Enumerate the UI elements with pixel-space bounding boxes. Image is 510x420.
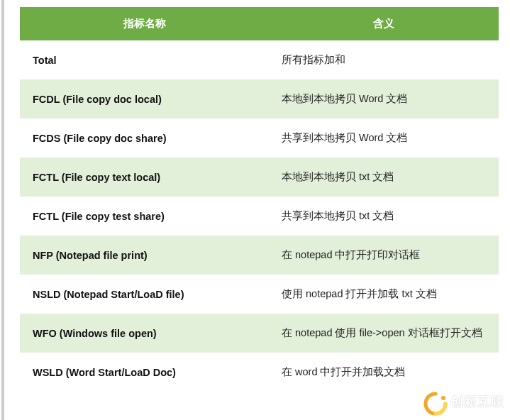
header-meaning: 含义 — [269, 7, 499, 40]
cell-name: Total — [20, 40, 269, 79]
cell-name: FCDS (File copy doc share) — [20, 118, 269, 158]
cell-name: NFP (Notepad file print) — [20, 236, 269, 275]
table-row: FCDL (File copy doc local) 本地到本地拷贝 Word … — [20, 79, 499, 118]
cell-meaning: 本地到本地拷贝 Word 文档 — [269, 79, 499, 118]
cell-meaning: 使用 notepad 打开并加载 txt 文档 — [269, 275, 499, 314]
cell-meaning: 在 notepad 中打开打印对话框 — [269, 236, 499, 275]
cell-meaning: 在 word 中打开并加载文档 — [269, 353, 499, 392]
cell-meaning: 共享到本地拷贝 Word 文档 — [269, 118, 499, 158]
left-border — [1, 0, 4, 420]
header-name: 指标名称 — [20, 7, 269, 40]
table-row: NSLD (Notepad Start/LoaD file) 使用 notepa… — [20, 275, 499, 314]
cell-name: WSLD (Word Start/LoaD Doc) — [20, 353, 269, 392]
cell-name: NSLD (Notepad Start/LoaD file) — [20, 275, 269, 314]
cell-name: FCDL (File copy doc local) — [20, 79, 269, 118]
table-row: FCTL (File copy text local) 本地到本地拷贝 txt … — [20, 158, 499, 197]
table-row: WSLD (Word Start/LoaD Doc) 在 word 中打开并加载… — [20, 353, 499, 392]
cell-name: WFO (Windows file open) — [20, 314, 269, 353]
table-row: WFO (Windows file open) 在 notepad 使用 fil… — [20, 314, 499, 353]
cell-name: FCTL (File copy test share) — [20, 197, 269, 236]
metrics-table: 指标名称 含义 Total 所有指标加和 FCDL (File copy doc… — [20, 7, 499, 392]
cell-name: FCTL (File copy text local) — [20, 158, 269, 197]
cell-meaning: 在 notepad 使用 file->open 对话框打开文档 — [269, 314, 499, 353]
table-row: FCTL (File copy test share) 共享到本地拷贝 txt … — [20, 197, 499, 236]
cell-meaning: 所有指标加和 — [269, 40, 499, 79]
table-row: NFP (Notepad file print) 在 notepad 中打开打印… — [20, 236, 499, 275]
watermark-text-en: CDXWCX.XINTUOLIAN — [450, 408, 504, 412]
table-container: 指标名称 含义 Total 所有指标加和 FCDL (File copy doc… — [0, 0, 510, 399]
cell-meaning: 共享到本地拷贝 txt 文档 — [269, 197, 499, 236]
cell-meaning: 本地到本地拷贝 txt 文档 — [269, 158, 499, 197]
table-row: Total 所有指标加和 — [20, 40, 499, 79]
table-row: FCDS (File copy doc share) 共享到本地拷贝 Word … — [20, 118, 499, 158]
